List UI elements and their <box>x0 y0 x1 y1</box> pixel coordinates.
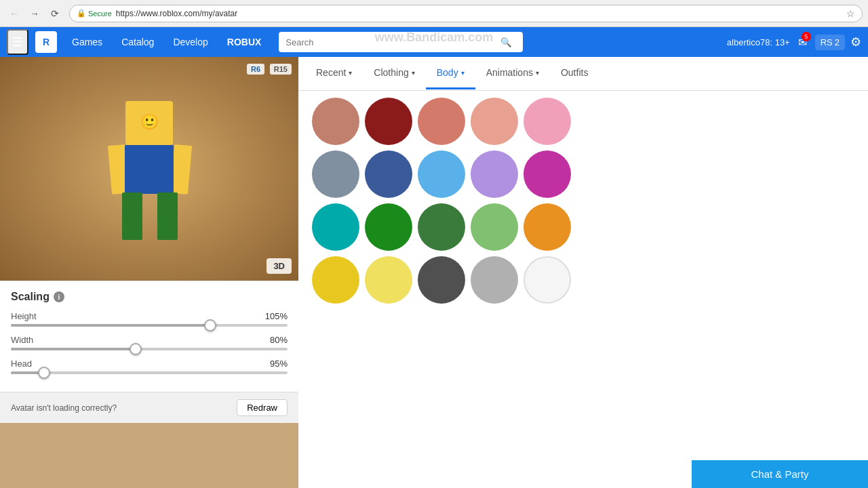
width-value: 80% <box>270 335 288 345</box>
roblox-navbar: ☰ R Games Catalog Develop ROBUX 🔍 albert… <box>0 27 868 57</box>
bookmark-icon[interactable]: ☆ <box>846 8 855 19</box>
tab-clothing[interactable]: Clothing ▾ <box>363 58 425 89</box>
scaling-panel: Scaling i Height 105% Width 80% <box>0 281 298 392</box>
head-value: 95% <box>270 359 288 369</box>
settings-button[interactable]: ⚙ <box>850 35 861 49</box>
color-row-blues <box>312 150 571 198</box>
char-right-leg <box>157 192 178 240</box>
nav-robux[interactable]: ROBUX <box>219 33 270 52</box>
color-swatch[interactable] <box>418 256 465 304</box>
char-torso <box>125 145 174 194</box>
nav-develop[interactable]: Develop <box>165 33 216 52</box>
color-row-greens <box>312 203 571 251</box>
url-text: https://www.roblox.com/my/avatar <box>116 9 237 18</box>
tabs-bar: Recent ▾ Clothing ▾ Body ▾ Animations ▾ … <box>298 57 868 91</box>
username-label: albertico78: 13+ <box>727 37 790 47</box>
messages-badge: 5 <box>802 32 811 41</box>
scaling-title: Scaling i <box>11 291 288 303</box>
height-scaling-row: Height 105% <box>11 311 288 327</box>
body-chevron-icon: ▾ <box>461 69 465 77</box>
bottom-bar: Avatar isn't loading correctly? Redraw <box>0 392 298 423</box>
tab-outfits[interactable]: Outfits <box>550 58 599 89</box>
browser-bar: ← → ⟳ 🔒 Secure https://www.roblox.com/my… <box>0 0 868 27</box>
color-swatch[interactable] <box>524 150 571 198</box>
search-button[interactable]: 🔍 <box>496 37 516 47</box>
robux-button[interactable]: RS 2 <box>815 35 845 50</box>
color-swatch[interactable] <box>312 256 359 304</box>
right-panel: Recent ▾ Clothing ▾ Body ▾ Animations ▾ … <box>298 57 868 488</box>
avatar-character: 🙂 <box>102 101 197 250</box>
recent-chevron-icon: ▾ <box>349 69 352 77</box>
main-content: 🙂 R6 R15 3D Scaling i Heig <box>0 57 868 488</box>
robux-count: 2 <box>835 37 840 47</box>
color-swatch[interactable] <box>418 150 465 198</box>
nav-catalog[interactable]: Catalog <box>113 33 162 52</box>
tab-animations[interactable]: Animations ▾ <box>475 58 550 89</box>
hamburger-button[interactable]: ☰ <box>7 29 28 55</box>
width-slider-thumb[interactable] <box>130 343 142 355</box>
char-head: 🙂 <box>125 101 173 145</box>
color-swatch-white[interactable] <box>524 256 571 304</box>
char-face: 🙂 <box>129 113 170 131</box>
forward-button[interactable]: → <box>26 5 43 22</box>
avatar-panel: 🙂 R6 R15 3D Scaling i Heig <box>0 57 298 488</box>
width-slider-fill <box>11 348 136 350</box>
address-bar[interactable]: 🔒 Secure https://www.roblox.com/my/avata… <box>69 5 863 22</box>
3d-button[interactable]: 3D <box>267 258 292 274</box>
width-scaling-row: Width 80% <box>11 335 288 350</box>
search-input[interactable] <box>285 37 496 47</box>
color-swatch[interactable] <box>471 150 518 198</box>
nav-right: albertico78: 13+ ✉ 5 RS 2 ⚙ <box>727 33 861 52</box>
color-swatch[interactable] <box>524 203 571 251</box>
secure-badge: 🔒 Secure <box>77 9 112 18</box>
robux-badge-label: RS <box>821 37 833 47</box>
color-swatch[interactable] <box>365 203 412 251</box>
height-label: Height <box>11 311 37 321</box>
clothing-chevron-icon: ▾ <box>412 69 415 77</box>
tab-body[interactable]: Body ▾ <box>426 58 475 89</box>
color-area: Advanced <box>298 91 868 488</box>
chat-party-button[interactable]: Chat & Party <box>692 460 868 488</box>
color-swatch[interactable] <box>471 256 518 304</box>
tab-recent[interactable]: Recent ▾ <box>305 58 363 89</box>
color-swatch[interactable] <box>418 98 465 145</box>
head-slider-track <box>11 371 288 374</box>
redraw-button[interactable]: Redraw <box>237 399 288 416</box>
avatar-background: 🙂 <box>0 57 298 281</box>
head-label: Head <box>11 359 32 369</box>
messages-button[interactable]: ✉ 5 <box>795 33 810 52</box>
color-swatch[interactable] <box>365 256 412 304</box>
height-value: 105% <box>265 311 288 321</box>
nav-games[interactable]: Games <box>64 33 111 52</box>
color-swatch[interactable] <box>418 203 465 251</box>
char-left-leg <box>122 192 142 240</box>
avatar-error-text: Avatar isn't loading correctly? <box>11 403 117 413</box>
color-swatch[interactable] <box>524 98 571 145</box>
head-slider-thumb[interactable] <box>38 367 50 379</box>
refresh-button[interactable]: ⟳ <box>46 5 64 22</box>
height-slider-track <box>11 324 288 327</box>
color-row-neutrals <box>312 256 571 304</box>
color-swatch[interactable] <box>312 203 359 251</box>
color-swatch[interactable] <box>312 98 359 145</box>
color-swatch[interactable] <box>471 98 518 145</box>
height-slider-thumb[interactable] <box>204 319 216 331</box>
width-label: Width <box>11 335 33 345</box>
width-slider-track <box>11 348 288 350</box>
r6-badge[interactable]: R6 <box>247 64 264 75</box>
color-swatch[interactable] <box>312 150 359 198</box>
roblox-logo[interactable]: R <box>35 31 57 53</box>
scaling-info-icon[interactable]: i <box>54 291 64 302</box>
animations-chevron-icon: ▾ <box>536 69 539 77</box>
color-swatch[interactable] <box>365 150 412 198</box>
color-row-top-partial <box>312 98 571 145</box>
color-grid <box>312 98 854 304</box>
head-scaling-row: Head 95% <box>11 359 288 374</box>
search-bar: 🔍 <box>279 32 523 52</box>
color-swatch[interactable] <box>365 98 412 145</box>
nav-buttons: ← → ⟳ <box>5 5 64 22</box>
r15-badge[interactable]: R15 <box>270 64 292 75</box>
color-swatch[interactable] <box>471 203 518 251</box>
back-button[interactable]: ← <box>5 5 23 22</box>
height-slider-fill <box>11 324 210 327</box>
